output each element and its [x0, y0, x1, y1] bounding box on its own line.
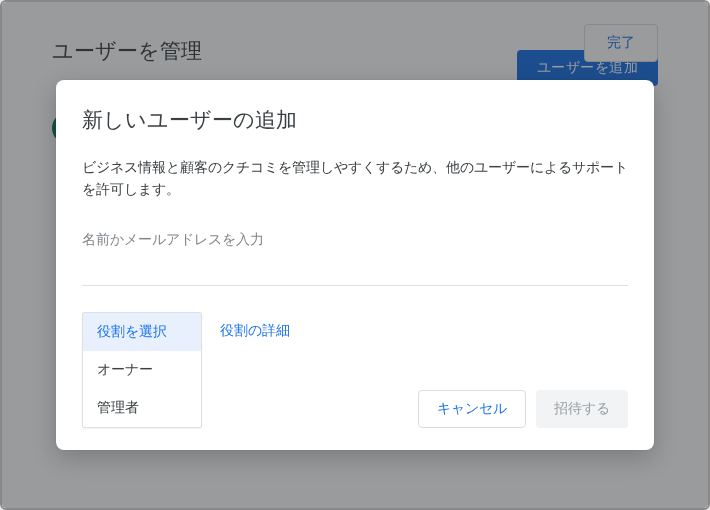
- add-user-dialog: 新しいユーザーの追加 ビジネス情報と顧客のクチコミを管理しやすくするため、他のユ…: [56, 80, 654, 450]
- dialog-description: ビジネス情報と顧客のクチコミを管理しやすくするため、他のユーザーによるサポートを…: [82, 156, 628, 201]
- role-select-dropdown[interactable]: 役割を選択 オーナー 管理者: [82, 312, 202, 428]
- role-option-owner[interactable]: オーナー: [83, 351, 201, 389]
- role-details-link[interactable]: 役割の詳細: [220, 312, 290, 340]
- cancel-button[interactable]: キャンセル: [418, 390, 526, 428]
- role-option-placeholder[interactable]: 役割を選択: [83, 313, 201, 351]
- dialog-title: 新しいユーザーの追加: [82, 106, 628, 134]
- role-option-manager[interactable]: 管理者: [83, 389, 201, 427]
- invite-button: 招待する: [536, 390, 628, 428]
- divider: [82, 285, 628, 286]
- name-email-input[interactable]: 名前かメールアドレスを入力: [82, 231, 628, 249]
